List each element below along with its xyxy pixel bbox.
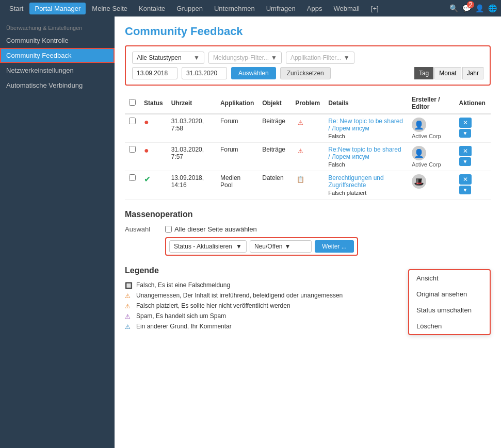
globe-icon[interactable]: 🌐 [488, 4, 497, 12]
row-obj-1: Beiträge [258, 114, 291, 143]
year-button[interactable]: Jahr [462, 67, 483, 79]
status-update-select[interactable]: Status - Aktualisieren ▼ [169, 240, 247, 253]
top-nav-icons: 🔍 💬 2 👤 🌐 [449, 4, 497, 12]
legend-icon-spam: ⚠ [125, 313, 133, 321]
sidebar-section-title: Überwachung & Einstellungen [0, 21, 115, 33]
mass-operation-title: Massenoperation [125, 210, 491, 219]
user-icon[interactable]: 👤 [475, 4, 484, 12]
app-filter-placeholder: Applikation-Filter... [290, 54, 342, 61]
select-all-page-checkbox[interactable] [165, 226, 172, 233]
status-value-arrow-icon: ▼ [284, 243, 290, 250]
details-link-1[interactable]: Re: New topic to be shared / Лорем ипсум [328, 118, 403, 132]
close-button-3[interactable]: ✕ [459, 174, 472, 185]
nav-kontakte[interactable]: Kontakte [134, 3, 170, 14]
page-title: Community Feedback [125, 25, 491, 38]
sidebar-item-netzwerkeinstellungen[interactable]: Netzwerkeinstellungen [0, 63, 115, 78]
status-filter-label: Alle Statustypen [137, 54, 182, 61]
status-filter-arrow-icon: ▼ [193, 54, 200, 61]
row-checkbox-3[interactable] [129, 174, 136, 181]
avatar-2: 👤 [412, 146, 426, 160]
header-app: Applikation [216, 93, 258, 114]
details-sub-3: Falsch platziert [328, 190, 403, 196]
row-app-2: Forum [216, 143, 258, 171]
top-navigation: Start Portal Manager Meine Seite Kontakt… [0, 0, 501, 16]
avatar-1: 👤 [412, 118, 426, 132]
nav-webmail[interactable]: Webmail [328, 3, 364, 14]
close-button-1[interactable]: ✕ [459, 118, 472, 128]
details-link-2[interactable]: Re:New topic to be shared / Лорем ипсум [328, 146, 403, 160]
select-all-checkbox[interactable] [129, 99, 136, 106]
row-time-3: 13.09.2018, 14:16 [167, 171, 216, 200]
app-filter-arrow-icon: ▼ [344, 54, 350, 61]
row-checkbox-1[interactable] [129, 118, 136, 124]
select-all-label[interactable]: Alle dieser Seite auswählen [165, 225, 257, 233]
status-dot-2: ● [144, 146, 149, 155]
dropdown-button-3[interactable]: ▼ [459, 186, 472, 194]
legend-text-unangemessen: Unangemessen, Der Inhalt ist irreführend… [136, 292, 343, 299]
nav-gruppen[interactable]: Gruppen [171, 3, 208, 14]
table-row: ● 31.03.2020, 7:57 Forum Beiträge ⚠ Re:N… [125, 143, 491, 171]
notifications-icon[interactable]: 💬 2 [462, 4, 471, 12]
legend-icon-anderer-grund: ⚠ [125, 323, 133, 331]
legend-text-anderer-grund: Ein anderer Grund, Ihr Kommentar [136, 323, 232, 330]
status-dot-3: ✔ [144, 175, 151, 184]
row-time-1: 31.03.2020, 7:58 [167, 114, 216, 143]
sidebar-item-community-feedback[interactable]: Community Feedback [0, 48, 115, 63]
app-filter-select[interactable]: Applikation-Filter... ▼ [286, 52, 354, 64]
problem-icon-3: 📋 [295, 174, 305, 185]
select-all-text: Alle dieser Seite auswählen [174, 225, 257, 233]
dropdown-button-1[interactable]: ▼ [459, 129, 472, 138]
nav-start[interactable]: Start [4, 3, 28, 14]
avatar-3: 🎩 [412, 174, 426, 189]
status-update-arrow-icon: ▼ [236, 243, 242, 250]
main-content: Community Feedback Alle Statustypen ▼ Me… [115, 16, 501, 448]
mass-operation-section: Massenoperation Auswahl Alle dieser Seit… [125, 210, 491, 256]
day-button[interactable]: Tag [414, 67, 433, 79]
month-button[interactable]: Monat [434, 67, 461, 79]
sidebar-item-community-kontrolle[interactable]: Community Kontrolle [0, 33, 115, 48]
status-dot-1: ● [144, 118, 149, 126]
row-obj-3: Dateien [258, 171, 291, 200]
details-link-3[interactable]: Berechtigungen und Zugriffsrechte [328, 174, 403, 189]
date-to-input[interactable] [182, 67, 227, 79]
status-value-select[interactable]: Neu/Offen ▼ [250, 240, 312, 253]
legend-text-spam: Spam, Es handelt sich um Spam [136, 312, 226, 320]
reset-button[interactable]: Zurücksetzen [280, 67, 331, 79]
nav-umfragen[interactable]: Umfragen [261, 3, 301, 14]
type-filter-select[interactable]: Meldungstyp-Filter... ▼ [208, 52, 282, 64]
select-button[interactable]: Auswählen [231, 67, 276, 79]
sidebar: Überwachung & Einstellungen Community Ko… [0, 16, 115, 448]
menu-item-status[interactable]: Status umschalten [409, 302, 490, 318]
nav-meine-seite[interactable]: Meine Seite [87, 3, 133, 14]
row-checkbox-2[interactable] [129, 146, 136, 153]
menu-item-ansicht[interactable]: Ansicht [409, 270, 490, 286]
row-time-2: 31.03.2020, 7:57 [167, 143, 216, 171]
selection-label: Auswahl [125, 225, 161, 233]
nav-unternehmen[interactable]: Unternehmen [209, 3, 260, 14]
mass-op-controls: Status - Aktualisieren ▼ Neu/Offen ▼ Wei… [165, 237, 358, 256]
nav-portal-manager[interactable]: Portal Manager [29, 3, 86, 14]
nav-apps[interactable]: Apps [302, 3, 328, 14]
type-filter-arrow-icon: ▼ [271, 54, 277, 61]
menu-item-loeschen[interactable]: Löschen [409, 318, 490, 334]
next-button[interactable]: Weiter ... [315, 240, 354, 253]
sidebar-item-automatische-verbindung[interactable]: Automatische Verbindung [0, 78, 115, 93]
dropdown-button-2[interactable]: ▼ [459, 157, 472, 166]
row-app-1: Forum [216, 114, 258, 143]
status-update-label: Status - Aktualisieren [174, 243, 232, 250]
legend-text-falsch: Falsch, Es ist eine Falschmeldung [136, 281, 230, 289]
date-from-input[interactable] [132, 67, 177, 79]
header-actions: Aktionen [455, 93, 491, 114]
header-time: Uhrzeit [167, 93, 216, 114]
menu-item-original[interactable]: Original ansehen [409, 286, 490, 302]
close-button-2[interactable]: ✕ [459, 146, 472, 156]
problem-icon-1: ⚠ [295, 118, 305, 128]
header-details: Details [324, 93, 408, 114]
header-obj: Objekt [258, 93, 291, 114]
search-icon[interactable]: 🔍 [449, 4, 458, 12]
problem-icon-2: ⚠ [295, 146, 305, 156]
header-creator: Ersteller /Editor [408, 93, 455, 114]
status-filter-select[interactable]: Alle Statustypen ▼ [132, 52, 204, 64]
nav-plus[interactable]: [+] [366, 3, 384, 14]
header-problem: Problem [291, 93, 324, 114]
